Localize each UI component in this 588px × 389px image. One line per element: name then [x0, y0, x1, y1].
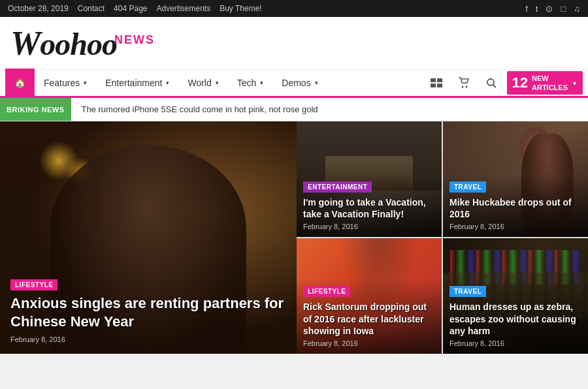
main-nav: 🏠 Features ▾ Entertainment ▾ World ▾ Tec…	[0, 69, 588, 98]
nav-link-ads[interactable]: Advertisements	[156, 4, 210, 13]
featured-title: Anxious singles are renting partners for…	[10, 294, 286, 332]
chevron-down-icon: ▾	[166, 80, 169, 86]
svg-point-4	[461, 86, 463, 88]
svg-line-7	[493, 85, 496, 87]
logo-main: WWoohoooohooNEWS	[10, 27, 155, 61]
nav-right: 12 NEWARTICLES ▾	[425, 71, 583, 95]
svg-rect-0	[431, 78, 436, 82]
svg-point-6	[487, 79, 494, 86]
articles-label: NEWARTICLES	[532, 74, 568, 93]
chevron-down-icon: ▾	[573, 80, 576, 87]
soundcloud-icon[interactable]: ♫	[574, 4, 580, 14]
logo-sub: NEWS	[114, 33, 155, 46]
articles-badge[interactable]: 12 NEWARTICLES ▾	[507, 71, 583, 95]
card-title-2: Rick Santorum dropping out of 2016 race …	[303, 301, 435, 337]
chevron-down-icon: ▾	[84, 80, 87, 86]
logo[interactable]: WWoohoooohooNEWS	[10, 27, 155, 61]
article-grid: ENTERTAINMENT I'm going to take a Vacati…	[297, 121, 588, 354]
featured-date: February 8, 2016	[10, 335, 286, 343]
chevron-down-icon: ▾	[216, 80, 219, 86]
grid-icon[interactable]	[425, 71, 448, 95]
card-overlay-3: TRAVEL Human dresses up as zebra, escape…	[443, 279, 588, 354]
featured-category: LIFESTYLE	[10, 279, 57, 290]
nav-link-404[interactable]: 404 Page	[114, 4, 147, 13]
featured-article[interactable]: LIFESTYLE Anxious singles are renting pa…	[0, 121, 297, 354]
chevron-down-icon: ▾	[260, 80, 263, 86]
card-date-2: February 8, 2016	[303, 339, 435, 347]
nav-left: 🏠 Features ▾ Entertainment ▾ World ▾ Tec…	[5, 69, 327, 97]
card-category-1: TRAVEL	[449, 181, 486, 193]
breaking-news-bar: BRIKING NEWS The rumored iPhone 5SE coul…	[0, 98, 588, 121]
top-bar-date: October 28, 2019	[8, 4, 69, 13]
article-card-1[interactable]: TRAVEL Mike Huckabee drops out of 2016 F…	[443, 121, 588, 237]
home-icon: 🏠	[14, 78, 25, 88]
card-title-3: Human dresses up as zebra, escapes zoo w…	[449, 301, 581, 337]
facebook-icon[interactable]: f	[525, 4, 528, 14]
article-card-3[interactable]: TRAVEL Human dresses up as zebra, escape…	[443, 238, 588, 354]
card-overlay-2: LIFESTYLE Rick Santorum dropping out of …	[297, 279, 442, 354]
card-date-0: February 8, 2016	[303, 223, 435, 230]
svg-rect-1	[437, 78, 442, 82]
card-category-2: LIFESTYLE	[303, 286, 350, 297]
nav-home[interactable]: 🏠	[5, 69, 35, 97]
card-title-0: I'm going to take a Vacation, take a Vac…	[303, 196, 435, 220]
main-content-grid: LIFESTYLE Anxious singles are renting pa…	[0, 121, 588, 354]
article-card-2[interactable]: LIFESTYLE Rick Santorum dropping out of …	[297, 238, 442, 354]
nav-tech[interactable]: Tech ▾	[228, 69, 273, 97]
svg-rect-3	[437, 84, 442, 87]
top-bar-social: f t ⊙ □ ♫	[525, 4, 580, 14]
card-category-3: TRAVEL	[449, 286, 486, 297]
nav-entertainment[interactable]: Entertainment ▾	[96, 69, 178, 97]
card-title-1: Mike Huckabee drops out of 2016	[449, 196, 581, 220]
card-date-3: February 8, 2016	[449, 339, 581, 347]
nav-demos[interactable]: Demos ▾	[272, 69, 327, 97]
twitter-icon[interactable]: t	[536, 4, 538, 14]
top-bar-links: October 28, 2019 Contact 404 Page Advert…	[8, 4, 262, 13]
nav-link-contact[interactable]: Contact	[78, 4, 105, 13]
cart-icon[interactable]	[452, 71, 476, 95]
breaking-news-label: BRIKING NEWS	[0, 98, 71, 121]
article-card-0[interactable]: ENTERTAINMENT I'm going to take a Vacati…	[297, 121, 442, 237]
featured-overlay: LIFESTYLE Anxious singles are renting pa…	[0, 270, 297, 354]
dribbble-icon[interactable]: ⊙	[546, 4, 553, 14]
instagram-icon[interactable]: □	[561, 4, 566, 14]
card-date-1: February 8, 2016	[449, 223, 581, 230]
nav-link-buy[interactable]: Buy Theme!	[220, 4, 261, 13]
articles-count: 12	[512, 76, 528, 90]
search-icon[interactable]	[480, 71, 503, 95]
logo-area: WWoohoooohooNEWS	[0, 17, 588, 69]
card-overlay-0: ENTERTAINMENT I'm going to take a Vacati…	[297, 175, 442, 237]
card-category-0: ENTERTAINMENT	[303, 181, 372, 193]
svg-point-5	[465, 86, 467, 88]
svg-rect-2	[431, 84, 436, 87]
breaking-news-text: The rumored iPhone 5SE could come in hot…	[71, 104, 329, 114]
card-overlay-1: TRAVEL Mike Huckabee drops out of 2016 F…	[443, 175, 588, 237]
nav-world[interactable]: World ▾	[178, 69, 227, 97]
top-bar: October 28, 2019 Contact 404 Page Advert…	[0, 0, 588, 17]
nav-features[interactable]: Features ▾	[35, 69, 96, 97]
chevron-down-icon: ▾	[315, 80, 318, 86]
